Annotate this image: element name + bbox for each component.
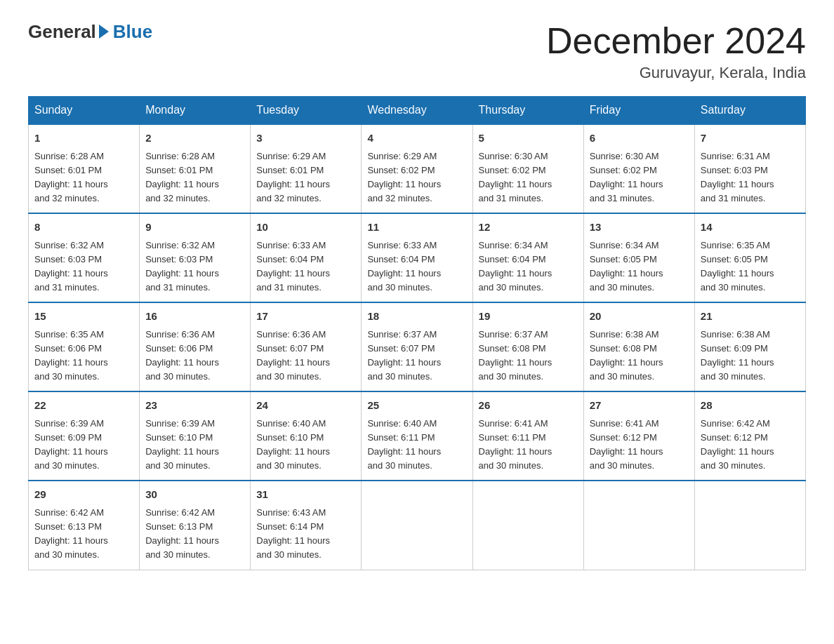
calendar-cell: 23Sunrise: 6:39 AMSunset: 6:10 PMDayligh…	[140, 391, 251, 481]
calendar-cell	[472, 481, 583, 570]
calendar-cell: 12Sunrise: 6:34 AMSunset: 6:04 PMDayligh…	[472, 213, 583, 302]
calendar-cell: 3Sunrise: 6:29 AMSunset: 6:01 PMDaylight…	[251, 124, 362, 213]
logo-arrow-icon	[99, 25, 109, 39]
day-info: Sunrise: 6:28 AMSunset: 6:01 PMDaylight:…	[34, 149, 133, 206]
calendar-cell: 4Sunrise: 6:29 AMSunset: 6:02 PMDaylight…	[362, 124, 472, 213]
calendar-header-row: SundayMondayTuesdayWednesdayThursdayFrid…	[29, 97, 806, 125]
calendar-cell: 2Sunrise: 6:28 AMSunset: 6:01 PMDaylight…	[140, 124, 251, 213]
calendar-week-row: 22Sunrise: 6:39 AMSunset: 6:09 PMDayligh…	[29, 391, 806, 481]
day-number: 9	[145, 220, 244, 236]
day-number: 17	[256, 309, 355, 325]
day-number: 12	[479, 220, 578, 236]
calendar-cell: 27Sunrise: 6:41 AMSunset: 6:12 PMDayligh…	[583, 391, 694, 481]
calendar-cell: 15Sunrise: 6:35 AMSunset: 6:06 PMDayligh…	[29, 302, 140, 391]
day-info: Sunrise: 6:33 AMSunset: 6:04 PMDaylight:…	[367, 239, 466, 295]
day-info: Sunrise: 6:33 AMSunset: 6:04 PMDaylight:…	[256, 239, 355, 295]
calendar-week-row: 1Sunrise: 6:28 AMSunset: 6:01 PMDaylight…	[29, 124, 806, 213]
day-number: 23	[145, 398, 244, 414]
calendar-week-row: 8Sunrise: 6:32 AMSunset: 6:03 PMDaylight…	[29, 213, 806, 302]
day-info: Sunrise: 6:30 AMSunset: 6:02 PMDaylight:…	[590, 149, 689, 206]
day-info: Sunrise: 6:36 AMSunset: 6:06 PMDaylight:…	[145, 328, 244, 384]
column-header-saturday: Saturday	[694, 97, 805, 125]
page-header: General Blue December 2024 Guruvayur, Ke…	[28, 21, 806, 82]
calendar-cell: 9Sunrise: 6:32 AMSunset: 6:03 PMDaylight…	[140, 213, 251, 302]
day-number: 27	[590, 398, 689, 414]
day-info: Sunrise: 6:29 AMSunset: 6:01 PMDaylight:…	[256, 149, 355, 206]
day-number: 22	[34, 398, 133, 414]
calendar-cell: 22Sunrise: 6:39 AMSunset: 6:09 PMDayligh…	[29, 391, 140, 481]
calendar-cell: 16Sunrise: 6:36 AMSunset: 6:06 PMDayligh…	[140, 302, 251, 391]
day-number: 25	[367, 398, 466, 414]
day-number: 5	[479, 130, 578, 147]
day-info: Sunrise: 6:30 AMSunset: 6:02 PMDaylight:…	[479, 149, 578, 206]
calendar-cell: 30Sunrise: 6:42 AMSunset: 6:13 PMDayligh…	[140, 481, 251, 570]
day-info: Sunrise: 6:39 AMSunset: 6:10 PMDaylight:…	[145, 417, 244, 474]
day-info: Sunrise: 6:38 AMSunset: 6:08 PMDaylight:…	[590, 328, 689, 384]
day-info: Sunrise: 6:42 AMSunset: 6:13 PMDaylight:…	[145, 506, 244, 563]
day-info: Sunrise: 6:35 AMSunset: 6:06 PMDaylight:…	[34, 328, 133, 384]
title-block: December 2024 Guruvayur, Kerala, India	[546, 21, 806, 82]
day-number: 1	[34, 130, 133, 147]
calendar-cell: 6Sunrise: 6:30 AMSunset: 6:02 PMDaylight…	[583, 124, 694, 213]
calendar-subtitle: Guruvayur, Kerala, India	[546, 64, 806, 82]
calendar-cell: 20Sunrise: 6:38 AMSunset: 6:08 PMDayligh…	[583, 302, 694, 391]
calendar-cell: 25Sunrise: 6:40 AMSunset: 6:11 PMDayligh…	[362, 391, 472, 481]
day-info: Sunrise: 6:40 AMSunset: 6:10 PMDaylight:…	[256, 417, 355, 474]
calendar-cell: 17Sunrise: 6:36 AMSunset: 6:07 PMDayligh…	[251, 302, 362, 391]
day-info: Sunrise: 6:41 AMSunset: 6:11 PMDaylight:…	[479, 417, 578, 474]
day-info: Sunrise: 6:42 AMSunset: 6:13 PMDaylight:…	[34, 506, 133, 563]
day-number: 3	[256, 130, 355, 147]
day-info: Sunrise: 6:39 AMSunset: 6:09 PMDaylight:…	[34, 417, 133, 474]
day-number: 10	[256, 220, 355, 236]
day-info: Sunrise: 6:34 AMSunset: 6:05 PMDaylight:…	[590, 239, 689, 295]
day-number: 31	[256, 487, 355, 503]
day-info: Sunrise: 6:37 AMSunset: 6:07 PMDaylight:…	[367, 328, 466, 384]
day-number: 8	[34, 220, 133, 236]
day-number: 4	[367, 130, 466, 147]
calendar-title: December 2024	[546, 21, 806, 61]
day-number: 15	[34, 309, 133, 325]
calendar-cell	[362, 481, 472, 570]
day-number: 29	[34, 487, 133, 503]
calendar-cell: 31Sunrise: 6:43 AMSunset: 6:14 PMDayligh…	[251, 481, 362, 570]
day-number: 19	[479, 309, 578, 325]
day-info: Sunrise: 6:35 AMSunset: 6:05 PMDaylight:…	[701, 239, 800, 295]
calendar-cell: 13Sunrise: 6:34 AMSunset: 6:05 PMDayligh…	[583, 213, 694, 302]
column-header-sunday: Sunday	[29, 97, 140, 125]
day-info: Sunrise: 6:29 AMSunset: 6:02 PMDaylight:…	[367, 149, 466, 206]
day-info: Sunrise: 6:37 AMSunset: 6:08 PMDaylight:…	[479, 328, 578, 384]
calendar-cell: 24Sunrise: 6:40 AMSunset: 6:10 PMDayligh…	[251, 391, 362, 481]
calendar-cell	[583, 481, 694, 570]
day-info: Sunrise: 6:28 AMSunset: 6:01 PMDaylight:…	[145, 149, 244, 206]
day-info: Sunrise: 6:32 AMSunset: 6:03 PMDaylight:…	[34, 239, 133, 295]
calendar-cell: 21Sunrise: 6:38 AMSunset: 6:09 PMDayligh…	[694, 302, 805, 391]
calendar-cell: 26Sunrise: 6:41 AMSunset: 6:11 PMDayligh…	[472, 391, 583, 481]
day-number: 21	[701, 309, 800, 325]
day-number: 7	[701, 130, 800, 147]
column-header-tuesday: Tuesday	[251, 97, 362, 125]
day-number: 13	[590, 220, 689, 236]
column-header-monday: Monday	[140, 97, 251, 125]
day-info: Sunrise: 6:40 AMSunset: 6:11 PMDaylight:…	[367, 417, 466, 474]
calendar-table: SundayMondayTuesdayWednesdayThursdayFrid…	[28, 96, 806, 570]
logo-blue: Blue	[113, 21, 152, 43]
day-number: 24	[256, 398, 355, 414]
day-number: 14	[701, 220, 800, 236]
day-info: Sunrise: 6:31 AMSunset: 6:03 PMDaylight:…	[701, 149, 800, 206]
calendar-cell	[694, 481, 805, 570]
column-header-thursday: Thursday	[472, 97, 583, 125]
calendar-cell: 18Sunrise: 6:37 AMSunset: 6:07 PMDayligh…	[362, 302, 472, 391]
day-info: Sunrise: 6:36 AMSunset: 6:07 PMDaylight:…	[256, 328, 355, 384]
calendar-cell: 14Sunrise: 6:35 AMSunset: 6:05 PMDayligh…	[694, 213, 805, 302]
day-number: 2	[145, 130, 244, 147]
calendar-cell: 10Sunrise: 6:33 AMSunset: 6:04 PMDayligh…	[251, 213, 362, 302]
day-number: 18	[367, 309, 466, 325]
column-header-friday: Friday	[583, 97, 694, 125]
day-number: 26	[479, 398, 578, 414]
day-info: Sunrise: 6:42 AMSunset: 6:12 PMDaylight:…	[701, 417, 800, 474]
calendar-cell: 28Sunrise: 6:42 AMSunset: 6:12 PMDayligh…	[694, 391, 805, 481]
calendar-cell: 29Sunrise: 6:42 AMSunset: 6:13 PMDayligh…	[29, 481, 140, 570]
day-number: 16	[145, 309, 244, 325]
column-header-wednesday: Wednesday	[362, 97, 472, 125]
calendar-cell: 11Sunrise: 6:33 AMSunset: 6:04 PMDayligh…	[362, 213, 472, 302]
